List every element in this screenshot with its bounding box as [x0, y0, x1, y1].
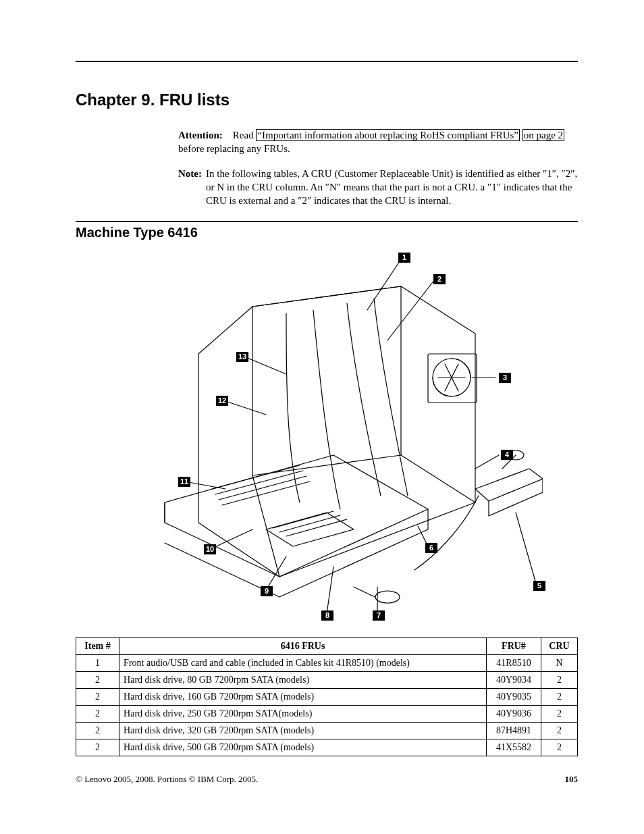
- svg-line-4: [367, 259, 401, 310]
- cell-fru: 40Y9036: [486, 706, 541, 723]
- chapter-title: Chapter 9. FRU lists: [76, 90, 578, 109]
- exploded-diagram: 1 2 3 4 5 6 7 8 9 10 11 12 13: [111, 246, 543, 624]
- attention-pre: Read: [233, 130, 257, 140]
- cell-item: 2: [76, 689, 119, 706]
- note-text: In the following tables, A CRU (Customer…: [206, 167, 578, 208]
- th-cru: CRU: [541, 638, 578, 655]
- machine-type-heading: Machine Type 6416: [76, 221, 578, 240]
- table-header-row: Item # 6416 FRUs FRU# CRU: [76, 638, 578, 655]
- attention-paragraph: Attention: Read “Important information a…: [178, 128, 578, 156]
- callout-13: 13: [236, 352, 248, 362]
- cell-cru: 2: [541, 706, 578, 723]
- callout-4: 4: [501, 450, 513, 460]
- table-row: 2 Hard disk drive, 320 GB 7200rpm SATA (…: [76, 723, 578, 739]
- cell-item: 2: [76, 723, 119, 739]
- table-row: 2 Hard disk drive, 80 GB 7200rpm SATA (m…: [76, 672, 578, 689]
- svg-line-8: [516, 513, 536, 583]
- cell-fru: 40Y9035: [486, 689, 541, 706]
- cell-desc: Hard disk drive, 320 GB 7200rpm SATA (mo…: [119, 723, 487, 739]
- cell-desc: Hard disk drive, 250 GB 7200rpm SATA(mod…: [119, 706, 487, 723]
- attention-label: Attention:: [178, 130, 223, 140]
- svg-line-16: [246, 357, 286, 374]
- svg-line-12: [266, 556, 286, 590]
- callout-10: 10: [204, 544, 216, 554]
- attention-post: before replacing any FRUs.: [178, 143, 290, 154]
- svg-line-15: [225, 401, 266, 415]
- svg-line-7: [475, 455, 499, 469]
- fru-table: Item # 6416 FRUs FRU# CRU 1 Front audio/…: [76, 637, 578, 756]
- table-row: 1 Front audio/USB card and cable (includ…: [76, 655, 578, 672]
- cell-fru: 41R8510: [486, 655, 541, 672]
- callout-9: 9: [261, 586, 273, 596]
- cell-desc: Hard disk drive, 160 GB 7200rpm SATA (mo…: [119, 689, 487, 706]
- cell-cru: 2: [541, 672, 578, 689]
- table-row: 2 Hard disk drive, 160 GB 7200rpm SATA (…: [76, 689, 578, 706]
- svg-point-3: [375, 591, 400, 603]
- callout-1: 1: [398, 253, 410, 263]
- callout-3: 3: [499, 373, 511, 383]
- cell-desc: Hard disk drive, 500 GB 7200rpm SATA (mo…: [119, 739, 487, 756]
- svg-line-5: [387, 280, 435, 340]
- note-label: Note:: [178, 167, 202, 180]
- cell-item: 2: [76, 706, 119, 723]
- callout-8: 8: [321, 610, 333, 621]
- cell-fru: 87H4891: [486, 723, 541, 739]
- attention-link-2[interactable]: on page 2: [522, 129, 564, 141]
- callout-5: 5: [533, 581, 545, 591]
- callout-11: 11: [178, 477, 190, 487]
- cell-item: 2: [76, 739, 119, 756]
- cell-cru: N: [541, 655, 578, 672]
- cell-desc: Hard disk drive, 80 GB 7200rpm SATA (mod…: [119, 672, 487, 689]
- th-item: Item #: [76, 638, 119, 655]
- cell-fru: 41X5582: [486, 739, 541, 756]
- copyright-text: © Lenovo 2005, 2008. Portions © IBM Corp…: [76, 774, 258, 785]
- cell-cru: 2: [541, 689, 578, 706]
- diagram-svg: [111, 246, 543, 624]
- cell-item: 2: [76, 672, 119, 689]
- callout-6: 6: [425, 543, 437, 553]
- th-desc: 6416 FRUs: [119, 638, 487, 655]
- page-footer: © Lenovo 2005, 2008. Portions © IBM Corp…: [76, 774, 578, 785]
- page-number: 105: [565, 774, 579, 785]
- attention-link-1[interactable]: “Important information about replacing R…: [256, 129, 520, 141]
- cell-item: 1: [76, 655, 119, 672]
- callout-7: 7: [373, 610, 385, 621]
- table-row: 2 Hard disk drive, 500 GB 7200rpm SATA (…: [76, 739, 578, 756]
- svg-line-14: [188, 482, 225, 489]
- cell-cru: 2: [541, 723, 578, 739]
- table-row: 2 Hard disk drive, 250 GB 7200rpm SATA(m…: [76, 706, 578, 723]
- cell-cru: 2: [541, 739, 578, 756]
- th-fru: FRU#: [486, 638, 541, 655]
- callout-12: 12: [216, 396, 228, 406]
- cell-fru: 40Y9034: [486, 672, 541, 689]
- note-paragraph: Note: In the following tables, A CRU (Cu…: [178, 167, 578, 208]
- callout-2: 2: [433, 274, 446, 284]
- top-rule: [76, 61, 578, 62]
- cell-desc: Front audio/USB card and cable (included…: [119, 655, 487, 672]
